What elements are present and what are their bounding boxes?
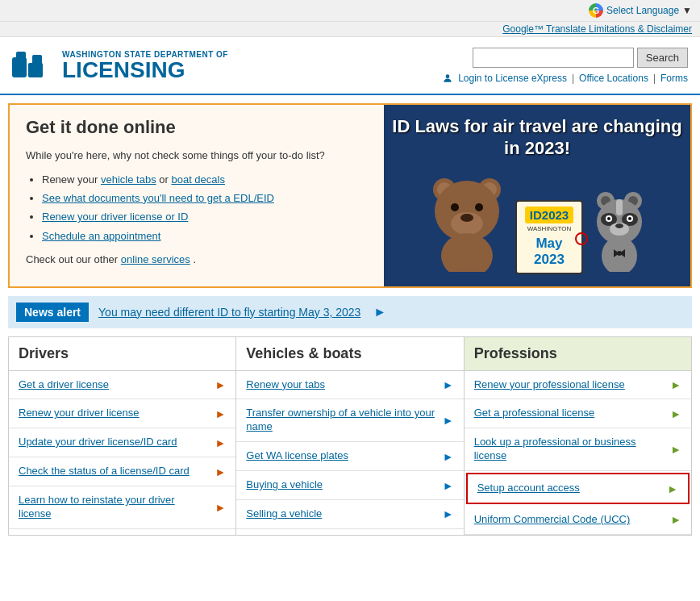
svg-point-4 <box>446 74 450 78</box>
vehicles-item-1[interactable]: Renew your tabs ► <box>236 371 463 400</box>
boat-decals-link[interactable]: boat decals <box>171 173 225 186</box>
site-header: WASHINGTON STATE DEPARTMENT OF LICENSING… <box>0 37 700 95</box>
vehicles-item-3-arrow: ► <box>443 450 454 463</box>
drivers-item-1[interactable]: Get a driver license ► <box>9 371 235 400</box>
calendar-circle <box>575 232 588 245</box>
drivers-item-2-link[interactable]: Renew your driver license <box>19 407 140 420</box>
translate-disclaimer-bar: Google™ Translate Limitations & Disclaim… <box>0 22 700 37</box>
professions-item-1-arrow: ► <box>670 378 681 391</box>
drivers-item-4-link[interactable]: Check the status of a license/ID card <box>19 465 190 478</box>
login-link[interactable]: Login to License eXpress <box>458 73 567 84</box>
drivers-item-2[interactable]: Renew your driver license ► <box>9 399 235 428</box>
schedule-appointment-link[interactable]: Schedule an appointment <box>42 230 160 242</box>
svg-point-24 <box>607 217 610 220</box>
renew-dl-link[interactable]: Renew your driver license or ID <box>42 211 188 223</box>
hero-list-item-1: Renew your vehicle tabs or boat decals <box>42 170 368 189</box>
svg-point-27 <box>615 223 623 228</box>
online-services-link[interactable]: online services <box>121 253 190 265</box>
drivers-item-3-arrow: ► <box>215 436 226 449</box>
hero-description: While you're here, why not check some th… <box>26 148 368 164</box>
drivers-item-5[interactable]: Learn how to reinstate your driver licen… <box>9 486 235 529</box>
vehicles-item-4-link[interactable]: Buying a vehicle <box>246 478 323 492</box>
search-input[interactable] <box>473 48 634 68</box>
svg-point-32 <box>617 251 622 256</box>
professions-item-5[interactable]: Uniform Commercial Code (UCC) ► <box>465 506 691 535</box>
vehicles-item-5-link[interactable]: Selling a vehicle <box>246 507 322 521</box>
header-right: Search Login to License eXpress | Office… <box>442 48 688 84</box>
search-button[interactable]: Search <box>637 48 688 68</box>
professions-item-2[interactable]: Get a professional license ► <box>465 399 691 428</box>
news-alert-label: News alert <box>16 303 89 322</box>
banner-illustration: ID2023 WASHINGTON May 2023 <box>427 167 648 274</box>
calendar-month: May <box>525 236 573 252</box>
forms-link[interactable]: Forms <box>660 73 688 84</box>
logo-text: WASHINGTON STATE DEPARTMENT OF LICENSING <box>62 50 228 81</box>
edl-eid-link[interactable]: See what documents you'll need to get a … <box>42 192 274 204</box>
professions-item-1[interactable]: Renew your professional license ► <box>465 371 691 400</box>
google-translate-area[interactable]: G Select Language ▼ <box>589 3 692 18</box>
professions-column: Professions Renew your professional lice… <box>465 337 691 535</box>
other-services-text: Check out our other online services . <box>26 252 368 268</box>
hero-list: Renew your vehicle tabs or boat decals S… <box>42 170 368 246</box>
google-g-icon: G <box>589 3 603 18</box>
login-icon <box>442 73 453 84</box>
vehicles-column: Vehicles & boats Renew your tabs ► Trans… <box>236 337 464 535</box>
translate-disclaimer-link[interactable]: Google™ Translate Limitations & Disclaim… <box>502 23 692 35</box>
agency-name: LICENSING <box>62 59 228 81</box>
professions-column-header: Professions <box>465 337 691 371</box>
professions-item-4-link[interactable]: Setup account access <box>477 482 580 495</box>
professions-item-3-link[interactable]: Look up a professional or business licen… <box>474 436 665 463</box>
vehicles-item-4[interactable]: Buying a vehicle ► <box>236 471 463 500</box>
drivers-column-header: Drivers <box>9 337 235 371</box>
calendar-id-badge: ID2023 <box>525 207 573 223</box>
top-bar: G Select Language ▼ <box>0 0 700 22</box>
professions-item-4-arrow: ► <box>667 482 678 495</box>
drivers-item-1-link[interactable]: Get a driver license <box>19 378 109 392</box>
hero-list-item-3: Renew your driver license or ID <box>42 207 368 226</box>
vehicles-item-5[interactable]: Selling a vehicle ► <box>236 500 463 529</box>
svg-point-11 <box>460 214 473 222</box>
bottom-grid: Drivers Get a driver license ► Renew you… <box>8 336 692 536</box>
vehicles-item-1-arrow: ► <box>443 378 454 391</box>
svg-rect-28 <box>616 199 623 215</box>
drivers-item-2-arrow: ► <box>215 407 226 420</box>
calendar-state-label: WASHINGTON <box>525 225 573 232</box>
raccoon-svg <box>591 183 648 272</box>
professions-item-4[interactable]: Setup account access ► <box>466 473 690 504</box>
drivers-item-5-link[interactable]: Learn how to reinstate your driver licen… <box>19 494 210 521</box>
drivers-item-3[interactable]: Update your driver license/ID card ► <box>9 428 235 457</box>
calendar-year: 2023 <box>525 252 573 268</box>
vehicles-item-2-arrow: ► <box>443 414 454 427</box>
vehicle-tabs-link[interactable]: vehicle tabs <box>101 173 156 186</box>
search-bar: Search <box>473 48 688 68</box>
professions-item-1-link[interactable]: Renew your professional license <box>474 378 625 392</box>
bear-figure <box>427 167 507 274</box>
svg-point-12 <box>451 203 459 211</box>
drivers-item-4[interactable]: Check the status of a license/ID card ► <box>9 457 235 486</box>
hero-left-panel: Get it done online While you're here, wh… <box>10 105 384 286</box>
hero-banner: ID Laws for air travel are changing in 2… <box>384 105 690 286</box>
professions-item-5-link[interactable]: Uniform Commercial Code (UCC) <box>474 513 631 527</box>
news-alert-bar: News alert You may need different ID to … <box>8 296 692 328</box>
svg-point-13 <box>475 203 483 211</box>
vehicles-item-2-link[interactable]: Transfer ownership of a vehicle into you… <box>246 407 437 434</box>
professions-item-3-arrow: ► <box>670 443 681 456</box>
hero-list-item-2: See what documents you'll need to get a … <box>42 189 368 207</box>
vehicles-item-3[interactable]: Get WA license plates ► <box>236 442 463 471</box>
drivers-item-4-arrow: ► <box>215 465 226 478</box>
hero-right-panel: ID Laws for air travel are changing in 2… <box>384 105 690 286</box>
select-language-link[interactable]: Select Language <box>606 5 679 16</box>
raccoon-figure <box>591 183 648 274</box>
professions-item-3[interactable]: Look up a professional or business licen… <box>465 428 691 471</box>
office-locations-link[interactable]: Office Locations <box>579 73 648 84</box>
news-alert-link[interactable]: You may need different ID to fly startin… <box>98 306 360 319</box>
vehicles-item-2[interactable]: Transfer ownership of a vehicle into you… <box>236 399 463 442</box>
vehicles-item-1-link[interactable]: Renew your tabs <box>246 378 325 392</box>
vehicles-item-4-arrow: ► <box>443 479 454 492</box>
dropdown-indicator: ▼ <box>682 5 692 16</box>
vehicles-item-3-link[interactable]: Get WA license plates <box>246 449 348 463</box>
professions-item-5-arrow: ► <box>670 513 681 526</box>
drivers-item-3-link[interactable]: Update your driver license/ID card <box>19 436 177 449</box>
nav-links: Login to License eXpress | Office Locati… <box>442 73 688 84</box>
professions-item-2-link[interactable]: Get a professional license <box>474 407 595 420</box>
